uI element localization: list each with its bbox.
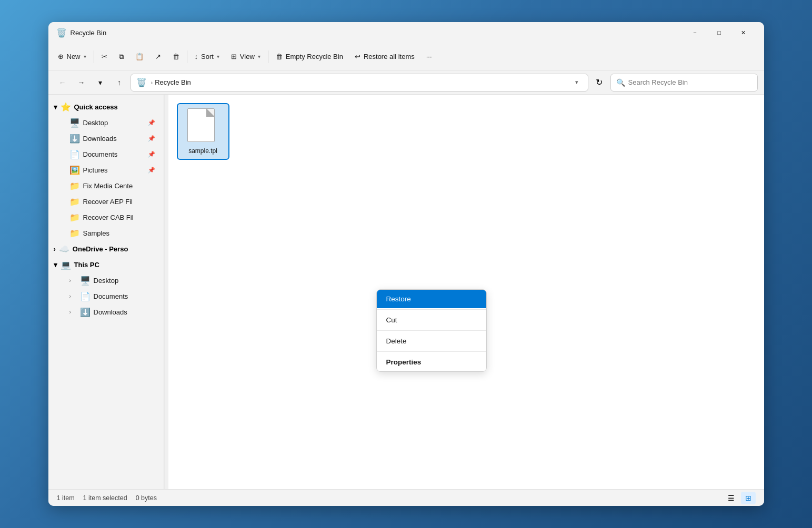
title-bar-icon: 🗑️ — [57, 28, 66, 37]
sidebar-item-recover-aep[interactable]: 📁 Recover AEP Fil — [64, 194, 161, 209]
view-icon: ⊞ — [231, 53, 237, 60]
toolbar: ⊕ New ▾ ✂ ⧉ 📋 ↗ 🗑 ↕ Sort ▾ ⊞ View ▾ — [48, 43, 764, 70]
search-box[interactable]: 🔍 — [610, 74, 758, 92]
sidebar-item-downloads[interactable]: ⬇️ Downloads 📌 — [64, 131, 161, 146]
sidebar-section-thispc[interactable]: ▾ 💻 This PC — [48, 257, 164, 272]
list-view-button[interactable]: ☰ — [724, 492, 739, 504]
context-menu-divider-3 — [377, 351, 486, 352]
onedrive-label: OneDrive - Perso — [73, 245, 128, 253]
new-plus-icon: ⊕ — [58, 53, 64, 60]
title-bar: 🗑️ Recycle Bin − □ ✕ — [48, 22, 764, 43]
quick-access-items: 🖥️ Desktop 📌 ⬇️ Downloads 📌 📄 Documents … — [48, 115, 164, 241]
sidebar-scrollbar[interactable] — [164, 95, 168, 489]
maximize-button[interactable]: □ — [707, 24, 731, 41]
paste-icon: 📋 — [135, 53, 144, 60]
close-button[interactable]: ✕ — [731, 24, 756, 41]
recover-aep-icon: 📁 — [69, 197, 80, 207]
grid-view-button[interactable]: ⊞ — [741, 492, 756, 504]
file-name: sample.tpl — [188, 147, 217, 155]
restore-icon: ↩ — [355, 53, 360, 60]
new-chevron-icon: ▾ — [84, 54, 86, 59]
context-menu-delete[interactable]: Delete — [377, 332, 486, 350]
share-icon: ↗ — [155, 53, 161, 60]
restore-all-button[interactable]: ↩ Restore all items — [349, 47, 420, 67]
toolbar-separator-1 — [94, 50, 94, 63]
sidebar-section-quick-access[interactable]: ▾ ⭐ Quick access — [48, 99, 164, 115]
fix-media-icon: 📁 — [69, 181, 80, 191]
view-button[interactable]: ⊞ View ▾ — [226, 47, 266, 67]
file-page — [187, 108, 215, 142]
pc-downloads-icon: ⬇️ — [80, 307, 91, 317]
more-label: ··· — [426, 53, 432, 60]
address-input[interactable]: 🗑️ › Recycle Bin ▾ — [131, 74, 588, 92]
search-input[interactable] — [628, 78, 752, 86]
content-area[interactable]: sample.tpl Restore Cut Delete Properties — [168, 95, 764, 489]
minimize-button[interactable]: − — [683, 24, 707, 41]
sidebar-item-recover-cab[interactable]: 📁 Recover CAB Fil — [64, 210, 161, 225]
context-menu-cut[interactable]: Cut — [377, 311, 486, 329]
up-button[interactable]: ↑ — [112, 75, 127, 90]
new-button[interactable]: ⊕ New ▾ — [53, 47, 92, 67]
restore-label: Restore all items — [364, 53, 415, 60]
sidebar-item-desktop[interactable]: 🖥️ Desktop 📌 — [64, 115, 161, 130]
context-menu-restore[interactable]: Restore — [377, 290, 486, 308]
address-breadcrumb: › Recycle Bin — [151, 78, 567, 86]
empty-bin-icon: 🗑 — [276, 53, 283, 60]
thispc-icon: 💻 — [61, 260, 71, 270]
context-menu-divider-2 — [377, 330, 486, 331]
file-item-sample-tpl[interactable]: sample.tpl — [177, 103, 229, 160]
pictures-icon: 🖼️ — [69, 165, 80, 175]
quick-access-star-icon: ⭐ — [61, 102, 71, 112]
sort-icon: ↕ — [195, 53, 198, 60]
paste-button[interactable]: 📋 — [130, 47, 149, 67]
delete-button[interactable]: 🗑 — [167, 47, 185, 67]
sidebar-item-documents[interactable]: 📄 Documents 📌 — [64, 147, 161, 162]
file-icon — [187, 108, 219, 145]
share-button[interactable]: ↗ — [150, 47, 166, 67]
address-icon: 🗑️ — [136, 77, 147, 87]
sidebar-item-pc-downloads[interactable]: › ⬇️ Downloads — [64, 304, 161, 320]
downloads-icon: ⬇️ — [69, 134, 80, 144]
empty-recycle-bin-button[interactable]: 🗑 Empty Recycle Bin — [270, 47, 348, 67]
view-chevron-icon: ▾ — [258, 54, 260, 59]
context-menu-properties[interactable]: Properties — [377, 353, 486, 371]
thispc-expand-icon: ▾ — [54, 261, 57, 269]
pc-downloads-expand-icon: › — [69, 309, 77, 315]
pc-desktop-expand-icon: › — [69, 278, 77, 283]
main-area: ▾ ⭐ Quick access 🖥️ Desktop 📌 ⬇️ Downloa… — [48, 95, 764, 489]
sidebar-item-fix-media[interactable]: 📁 Fix Media Cente — [64, 178, 161, 194]
pictures-pin-icon: 📌 — [148, 167, 155, 174]
context-menu: Restore Cut Delete Properties — [376, 289, 487, 372]
sort-button[interactable]: ↕ Sort ▾ — [189, 47, 225, 67]
address-dropdown-button[interactable]: ▾ — [571, 77, 583, 88]
cut-button[interactable]: ✂ — [96, 47, 113, 67]
documents-icon: 📄 — [69, 149, 80, 159]
search-icon: 🔍 — [616, 78, 625, 87]
sidebar-item-samples[interactable]: 📁 Samples — [64, 226, 161, 241]
sidebar-item-pictures[interactable]: 🖼️ Pictures 📌 — [64, 163, 161, 178]
sidebar-item-pc-desktop[interactable]: › 🖥️ Desktop — [64, 273, 161, 288]
sidebar: ▾ ⭐ Quick access 🖥️ Desktop 📌 ⬇️ Downloa… — [48, 95, 164, 489]
quick-access-expand-icon: ▾ — [54, 103, 57, 111]
back-button[interactable]: ← — [55, 75, 71, 90]
sidebar-section-onedrive[interactable]: › ☁️ OneDrive - Perso — [48, 241, 164, 257]
empty-label: Empty Recycle Bin — [286, 53, 343, 60]
sort-label: Sort — [201, 53, 214, 60]
refresh-button[interactable]: ↻ — [592, 75, 607, 90]
delete-icon: 🗑 — [173, 53, 179, 60]
new-label: New — [67, 53, 81, 60]
desktop-pin-icon: 📌 — [148, 119, 155, 126]
desktop-icon: 🖥️ — [69, 118, 80, 128]
context-menu-divider-1 — [377, 309, 486, 310]
copy-button[interactable]: ⧉ — [114, 47, 129, 67]
status-view-controls: ☰ ⊞ — [724, 492, 756, 504]
forward-button[interactable]: → — [74, 75, 89, 90]
downloads-pin-icon: 📌 — [148, 135, 155, 142]
sidebar-item-pc-documents[interactable]: › 📄 Documents — [64, 289, 161, 304]
recent-button[interactable]: ▾ — [93, 75, 108, 90]
more-button[interactable]: ··· — [421, 47, 437, 67]
cut-icon: ✂ — [102, 53, 107, 60]
thispc-items: › 🖥️ Desktop › 📄 Documents › ⬇️ Download… — [48, 273, 164, 320]
breadcrumb-separator: › — [151, 79, 153, 86]
pc-documents-expand-icon: › — [69, 293, 77, 299]
